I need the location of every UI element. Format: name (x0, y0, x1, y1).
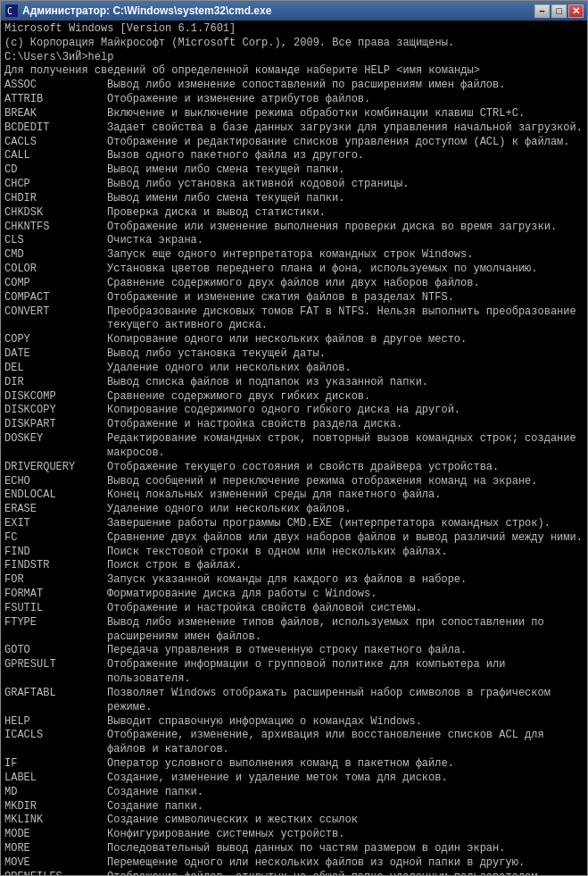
cmd-name: MOVE (4, 856, 107, 871)
cmd-name: DEL (4, 362, 107, 376)
cmd-entry: CHKDSKПроверка диска и вывод статистики. (4, 206, 584, 221)
cmd-desc: Сравнение содержимого двух файлов или дв… (107, 277, 584, 291)
cmd-desc: Вывод списка файлов и подпапок из указан… (107, 376, 584, 390)
cmd-desc: Отображение или изменение выполнения про… (107, 221, 584, 235)
cmd-entry: CONVERTПреобразование дисковых томов FAT… (4, 305, 584, 334)
cmd-entry: DIRВывод списка файлов и подпапок из ука… (4, 376, 584, 390)
cmd-name: LABEL (4, 772, 107, 786)
cmd-name: MODE (4, 828, 107, 842)
cmd-entry: FORMATФорматирование диска для работы с … (4, 588, 584, 602)
cmd-entry: ASSOCВывод либо изменение сопоставлений … (4, 79, 584, 93)
cmd-name: ERASE (4, 503, 107, 517)
cmd-entry: GPRESULTОтображение информации о группов… (4, 658, 584, 687)
cmd-name: ECHO (4, 475, 107, 489)
cmd-entry: BREAKВключение и выключение режима обраб… (4, 107, 584, 121)
close-button[interactable]: ✕ (568, 4, 584, 18)
cmd-name: DISKCOPY (4, 404, 107, 418)
cmd-entry: DISKPARTОтображение и настройка свойств … (4, 418, 584, 432)
maximize-button[interactable]: □ (551, 4, 567, 18)
cmd-entry: DISKCOPYКопирование содержимого одного г… (4, 404, 584, 418)
cmd-entry: ICACLSОтображение, изменение, архивация … (4, 729, 584, 757)
cmd-name: CALL (4, 149, 107, 163)
cmd-name: FC (4, 531, 107, 546)
cmd-desc: Отображение файлов, открытых на общей па… (107, 871, 584, 875)
cmd-name: DIR (4, 376, 107, 390)
window-controls: – □ ✕ (534, 4, 584, 18)
cmd-desc: Поиск текстовой строки в одном или неско… (107, 546, 584, 560)
cmd-name: CHDIR (4, 192, 107, 206)
cmd-desc: Удаление одного или нескольких файлов. (107, 362, 584, 376)
terminal-output[interactable]: Microsoft Windows [Version 6.1.7601](с) … (1, 21, 587, 875)
cmd-name: CHKDSK (4, 206, 107, 221)
cmd-entry: MOVEПеремещение одного или нескольких фа… (4, 856, 584, 871)
cmd-entry: CALLВызов одного пакетного файла из друг… (4, 149, 584, 163)
cmd-name: MKDIR (4, 800, 107, 814)
cmd-desc: Передача управления в отмеченную строку … (107, 644, 584, 658)
cmd-name: COLOR (4, 263, 107, 277)
cmd-name: DOSKEY (4, 432, 107, 461)
cmd-entry: FSUTILОтображение и настройка свойств фа… (4, 602, 584, 616)
cmd-entry: OPENFILESОтображение файлов, открытых на… (4, 871, 584, 875)
cmd-name: HELP (4, 715, 107, 730)
cmd-desc: Вывод либо установка текущей даты. (107, 347, 584, 362)
cmd-name: DRIVERQUERY (4, 461, 107, 475)
cmd-desc: Конец локальных изменений среды для паке… (107, 488, 584, 503)
cmd-desc: Завершение работы программы CMD.EXE (инт… (107, 517, 584, 531)
cmd-entry: CHDIRВывод имени либо смена текущей папк… (4, 192, 584, 206)
title-bar: C Администратор: C:\Windows\system32\cmd… (1, 1, 587, 21)
cmd-desc: Редактирование командных строк, повторны… (107, 432, 584, 461)
svg-text:C: C (7, 6, 12, 16)
cmd-entry: MKLINKСоздание символических и жестких с… (4, 813, 584, 828)
cmd-name: CD (4, 163, 107, 178)
cmd-name: CMD (4, 248, 107, 263)
cmd-desc: Установка цветов переднего плана и фона,… (107, 263, 584, 277)
cmd-desc: Преобразование дисковых томов FAT в NTFS… (107, 305, 584, 334)
cmd-entry: FORЗапуск указанной команды для каждого … (4, 573, 584, 588)
cmd-name: CHCP (4, 178, 107, 192)
cmd-entry: CLSОчистка экрана. (4, 234, 584, 248)
cmd-desc: Отображение, изменение, архивация или во… (107, 729, 584, 757)
cmd-desc: Вывод имени либо смена текущей папки. (107, 192, 584, 206)
cmd-entry: ATTRIBОтображение и изменение атрибутов … (4, 93, 584, 107)
cmd-entry: FINDSTRПоиск строк в файлах. (4, 559, 584, 573)
cmd-desc: Создание, изменение и удаление меток том… (107, 772, 584, 786)
cmd-name: GRAFTABL (4, 687, 107, 715)
cmd-entry: COPYКопирование одного или нескольких фа… (4, 333, 584, 347)
cmd-name: EXIT (4, 517, 107, 531)
cmd-desc: Позволяет Windows отображать расширенный… (107, 687, 584, 715)
cmd-name: CHKNTFS (4, 221, 107, 235)
cmd-desc: Оператор условного выполнения команд в п… (107, 757, 584, 772)
cmd-entry: HELPВыводит справочную информацию о кома… (4, 715, 584, 730)
cmd-desc: Отображение и настройка свойств файловой… (107, 602, 584, 616)
cmd-name: OPENFILES (4, 871, 107, 875)
cmd-desc: Выводит справочную информацию о командах… (107, 715, 584, 730)
cmd-desc: Отображение и редактирование списков упр… (107, 136, 584, 150)
cmd-name: COMPACT (4, 291, 107, 305)
cmd-desc: Создание папки. (107, 800, 584, 814)
cmd-desc: Вывод имени либо смена текущей папки. (107, 163, 584, 178)
cmd-desc: Отображение текущего состояния и свойств… (107, 461, 584, 475)
cmd-desc: Поиск строк в файлах. (107, 559, 584, 573)
cmd-entry: ERASEУдаление одного или нескольких файл… (4, 503, 584, 517)
cmd-entry: DATEВывод либо установка текущей даты. (4, 347, 584, 362)
cmd-entry: COLORУстановка цветов переднего плана и … (4, 263, 584, 277)
cmd-entry: DELУдаление одного или нескольких файлов… (4, 362, 584, 376)
cmd-entry: CHKNTFSОтображение или изменение выполне… (4, 221, 584, 235)
app-icon: C (4, 4, 19, 18)
cmd-name: MORE (4, 842, 107, 856)
cmd-entry: DISKCOMPСравнение содержимого двух гибки… (4, 390, 584, 405)
cmd-entry: GOTOПередача управления в отмеченную стр… (4, 644, 584, 658)
cmd-desc: Создание символических и жестких ссылок (107, 813, 584, 828)
minimize-button[interactable]: – (534, 4, 550, 18)
cmd-name: FINDSTR (4, 559, 107, 573)
cmd-name: FTYPE (4, 616, 107, 645)
cmd-entry: MDСоздание папки. (4, 786, 584, 800)
cmd-desc: Запуск еще одного интерпретатора командн… (107, 248, 584, 263)
cmd-desc: Отображение информации о групповой полит… (107, 658, 584, 687)
cmd-desc: Копирование одного или нескольких файлов… (107, 333, 584, 347)
cmd-name: DISKCOMP (4, 390, 107, 405)
cmd-desc: Отображение и изменение атрибутов файлов… (107, 93, 584, 107)
cmd-name: MD (4, 786, 107, 800)
terminal-line: Microsoft Windows [Version 6.1.7601] (4, 22, 584, 37)
cmd-desc: Вывод либо изменение сопоставлений по ра… (107, 79, 584, 93)
